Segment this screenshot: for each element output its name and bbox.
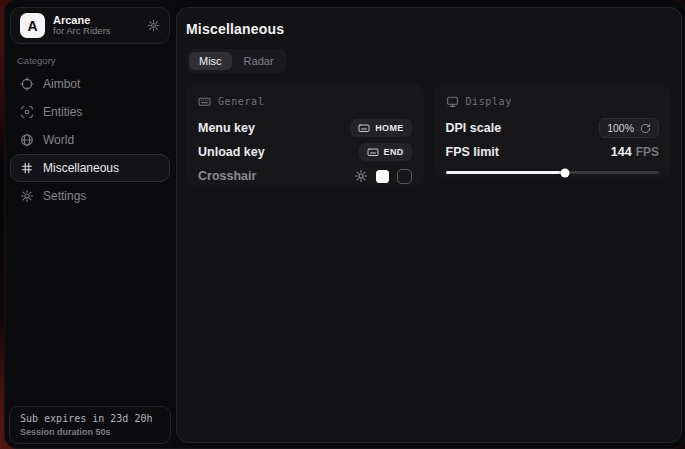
- menu-key-row: Menu key HOME: [198, 116, 412, 140]
- general-card-header: General: [198, 94, 412, 109]
- hash-grid-icon: [20, 161, 34, 175]
- sidebar-item-world[interactable]: World: [10, 126, 170, 154]
- fps-unit: FPS: [636, 145, 659, 159]
- sub-expiry-text: Sub expires in 23d 20h: [20, 412, 160, 426]
- monitor-icon: [446, 95, 459, 108]
- dpi-scale-row: DPI scale 100%: [446, 116, 660, 140]
- display-card-header: Display: [446, 94, 660, 109]
- card-title: General: [218, 96, 264, 107]
- sidebar-item-label: Aimbot: [43, 77, 80, 91]
- fps-number: 144: [611, 145, 632, 159]
- app-window: A Arcane for Arc Riders Category: [5, 0, 685, 448]
- crosshair-settings-gear-icon[interactable]: [354, 169, 368, 183]
- gear-icon: [20, 189, 34, 203]
- tab-radar[interactable]: Radar: [234, 52, 284, 70]
- fps-slider-row: [446, 171, 660, 174]
- cards-row: General Menu key HOME: [186, 84, 671, 187]
- unload-key-button[interactable]: END: [359, 143, 412, 161]
- card-title: Display: [466, 96, 512, 107]
- session-duration-text: Session duration 50s: [20, 426, 160, 439]
- brand-card: A Arcane for Arc Riders: [10, 7, 170, 44]
- brand-text: Arcane for Arc Riders: [53, 14, 139, 38]
- menu-key-label: Menu key: [198, 121, 255, 135]
- page-title: Miscellaneous: [186, 21, 671, 37]
- fps-slider-fill: [446, 171, 566, 174]
- cycle-icon: [640, 123, 651, 134]
- tab-misc[interactable]: Misc: [189, 52, 232, 70]
- category-label: Category: [17, 55, 56, 66]
- subscription-info: Sub expires in 23d 20h Session duration …: [9, 406, 171, 444]
- scan-eye-icon: [20, 105, 34, 119]
- sidebar-item-label: World: [43, 133, 74, 147]
- menu-key-button[interactable]: HOME: [350, 119, 411, 137]
- dpi-scale-select[interactable]: 100%: [599, 118, 659, 138]
- tab-bar: Misc Radar: [186, 49, 287, 73]
- sidebar-item-label: Entities: [43, 105, 82, 119]
- sidebar-item-settings[interactable]: Settings: [10, 182, 170, 210]
- fps-slider-thumb[interactable]: [561, 168, 570, 177]
- sidebar-item-entities[interactable]: Entities: [10, 98, 170, 126]
- crosshair-checkbox[interactable]: [397, 169, 412, 184]
- sidebar-nav: Aimbot Entities: [5, 70, 175, 210]
- sidebar: A Arcane for Arc Riders Category: [5, 0, 175, 448]
- fps-limit-label: FPS limit: [446, 145, 499, 159]
- crosshair-controls: [354, 169, 412, 184]
- display-card: Display DPI scale 100%: [434, 84, 672, 179]
- general-card: General Menu key HOME: [186, 84, 424, 187]
- dpi-scale-label: DPI scale: [446, 121, 502, 135]
- main-panel: Miscellaneous Misc Radar General: [176, 7, 682, 443]
- sidebar-item-label: Settings: [43, 189, 86, 203]
- fps-slider[interactable]: [446, 171, 660, 174]
- unload-key-row: Unload key END: [198, 140, 412, 164]
- crosshair-icon: [20, 77, 34, 91]
- unload-key-label: Unload key: [198, 145, 265, 159]
- app-logo: A: [20, 13, 45, 38]
- dpi-scale-value: 100%: [607, 122, 634, 134]
- keybind-value: HOME: [375, 123, 403, 133]
- app-subtitle: for Arc Riders: [53, 26, 139, 37]
- crosshair-row: Crosshair: [198, 164, 412, 188]
- keybind-value: END: [384, 147, 404, 157]
- game-background: A Arcane for Arc Riders Category: [0, 0, 685, 449]
- crosshair-label: Crosshair: [198, 169, 256, 183]
- fps-limit-value: 144 FPS: [611, 145, 659, 159]
- fps-limit-row: FPS limit 144 FPS: [446, 140, 660, 164]
- sidebar-item-miscellaneous[interactable]: Miscellaneous: [10, 154, 170, 182]
- crosshair-color-swatch[interactable]: [376, 170, 389, 183]
- keyboard-icon: [367, 146, 379, 158]
- sidebar-item-label: Miscellaneous: [43, 161, 119, 175]
- globe-icon: [20, 133, 34, 147]
- gear-icon[interactable]: [147, 19, 160, 32]
- keyboard-icon: [198, 95, 211, 108]
- keyboard-icon: [358, 122, 370, 134]
- sidebar-item-aimbot[interactable]: Aimbot: [10, 70, 170, 98]
